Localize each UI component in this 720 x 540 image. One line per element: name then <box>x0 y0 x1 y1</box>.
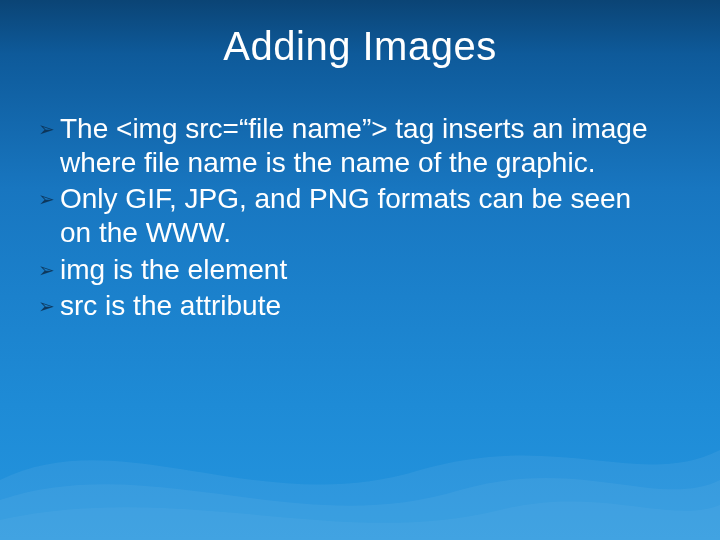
bullet-text: Only GIF, JPG, and PNG formats can be se… <box>60 182 668 250</box>
bullet-arrow-icon: ➢ <box>38 253 60 287</box>
bullet-item: ➢ The <img src=“file name”> tag inserts … <box>38 112 668 180</box>
bullet-arrow-icon: ➢ <box>38 289 60 323</box>
slide: Adding Images ➢ The <img src=“file name”… <box>0 0 720 540</box>
bullet-item: ➢ img is the element <box>38 253 668 287</box>
bullet-arrow-icon: ➢ <box>38 112 60 146</box>
slide-title: Adding Images <box>0 24 720 69</box>
background-wave <box>0 360 720 540</box>
slide-body: ➢ The <img src=“file name”> tag inserts … <box>38 112 668 325</box>
bullet-text: img is the element <box>60 253 668 287</box>
bullet-text: src is the attribute <box>60 289 668 323</box>
bullet-text: The <img src=“file name”> tag inserts an… <box>60 112 668 180</box>
bullet-item: ➢ src is the attribute <box>38 289 668 323</box>
bullet-item: ➢ Only GIF, JPG, and PNG formats can be … <box>38 182 668 250</box>
bullet-arrow-icon: ➢ <box>38 182 60 216</box>
